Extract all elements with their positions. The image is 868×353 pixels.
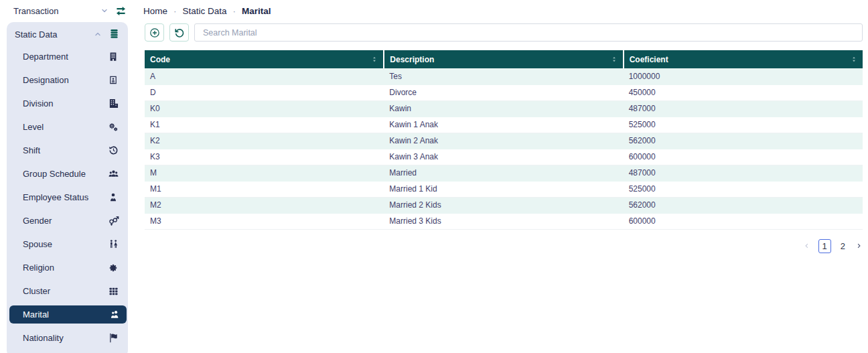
sidebar-item-group-schedule[interactable]: Group Schedule bbox=[7, 162, 128, 186]
column-label: Description bbox=[390, 55, 434, 64]
marital-table: Code Description bbox=[145, 50, 863, 230]
search-input[interactable] bbox=[194, 23, 863, 42]
users-icon bbox=[107, 169, 119, 180]
refresh-button[interactable] bbox=[169, 23, 189, 42]
static-data-panel: Static Data Department Designation bbox=[7, 22, 128, 353]
cell-coeficient: 600000 bbox=[624, 149, 863, 165]
cell-description: Kawin 3 Anak bbox=[384, 149, 623, 165]
sidebar-item-employee-status[interactable]: Employee Status bbox=[7, 186, 128, 209]
database-icon bbox=[108, 29, 120, 40]
pagination-page-2[interactable]: 2 bbox=[839, 239, 847, 253]
cell-description: Married 1 Kid bbox=[384, 181, 623, 197]
sidebar: Transaction Static Data Department bbox=[0, 0, 135, 353]
sidebar-item-department[interactable]: Department bbox=[7, 45, 128, 68]
column-label: Coeficient bbox=[630, 55, 668, 64]
cell-coeficient: 450000 bbox=[624, 84, 863, 100]
cell-code: D bbox=[145, 84, 384, 100]
sidebar-item-label: Nationality bbox=[23, 333, 64, 343]
static-data-subnav: Department Designation Division bbox=[7, 45, 128, 350]
cell-description: Kawin 1 Anak bbox=[384, 117, 623, 133]
cell-coeficient: 525000 bbox=[624, 181, 863, 197]
cell-description: Divorce bbox=[384, 84, 623, 100]
table-row[interactable]: D Divorce 450000 bbox=[145, 84, 863, 100]
flag-icon bbox=[107, 333, 119, 344]
history-icon bbox=[107, 145, 119, 156]
sidebar-item-label: Division bbox=[23, 98, 54, 109]
exchange-icon bbox=[115, 5, 127, 16]
sidebar-item-transaction[interactable]: Transaction bbox=[0, 2, 135, 19]
table-row[interactable]: K1 Kawin 1 Anak 525000 bbox=[145, 117, 863, 133]
main-content: Home · Static Data · Marital bbox=[143, 0, 863, 253]
cell-coeficient: 1000000 bbox=[624, 68, 863, 84]
sidebar-item-shift[interactable]: Shift bbox=[7, 139, 128, 162]
pagination-page-1[interactable]: 1 bbox=[818, 239, 831, 253]
table-row[interactable]: A Tes 1000000 bbox=[145, 68, 863, 84]
id-card-icon bbox=[107, 75, 119, 86]
sidebar-item-label: Spouse bbox=[23, 239, 52, 249]
sidebar-item-division[interactable]: Division bbox=[7, 92, 128, 115]
breadcrumb: Home · Static Data · Marital bbox=[143, 0, 863, 16]
table-row[interactable]: M3 Married 3 Kids 600000 bbox=[145, 213, 863, 229]
sidebar-item-religion[interactable]: Religion bbox=[7, 256, 128, 279]
user-tie-icon bbox=[107, 192, 119, 203]
venus-mars-icon bbox=[107, 216, 119, 226]
chevron-right-icon bbox=[856, 242, 862, 250]
table-row[interactable]: K2 Kawin 2 Anak 562000 bbox=[145, 133, 863, 149]
cell-description: Kawin 2 Anak bbox=[384, 133, 623, 149]
table-row[interactable]: K3 Kawin 3 Anak 600000 bbox=[145, 149, 863, 165]
cell-code: K3 bbox=[145, 149, 384, 165]
restroom-icon bbox=[107, 239, 119, 250]
column-header-code[interactable]: Code bbox=[145, 50, 384, 68]
breadcrumb-static-data[interactable]: Static Data bbox=[183, 6, 227, 16]
undo-icon bbox=[174, 27, 185, 38]
rosette-icon bbox=[107, 263, 119, 273]
toolbar bbox=[145, 23, 863, 42]
pagination-next-button[interactable] bbox=[855, 239, 863, 253]
sidebar-item-spouse[interactable]: Spouse bbox=[7, 232, 128, 256]
pagination: 1 2 bbox=[145, 239, 863, 253]
sort-icon[interactable] bbox=[851, 55, 857, 64]
column-header-description[interactable]: Description bbox=[384, 50, 623, 68]
sidebar-item-cluster[interactable]: Cluster bbox=[7, 279, 128, 303]
column-header-coeficient[interactable]: Coeficient bbox=[624, 50, 863, 68]
sidebar-item-label: Group Schedule bbox=[23, 169, 86, 179]
cell-coeficient: 487000 bbox=[624, 100, 863, 117]
breadcrumb-home[interactable]: Home bbox=[143, 6, 167, 16]
pagination-prev-button[interactable] bbox=[803, 239, 811, 253]
cogs-icon bbox=[107, 122, 119, 133]
sort-icon[interactable] bbox=[371, 55, 378, 64]
cell-code: K2 bbox=[145, 133, 384, 149]
breadcrumb-separator: · bbox=[233, 6, 236, 16]
sidebar-item-designation[interactable]: Designation bbox=[7, 68, 128, 92]
sidebar-item-label: Employee Status bbox=[23, 192, 88, 202]
sidebar-item-level[interactable]: Level bbox=[7, 115, 128, 139]
cell-description: Kawin bbox=[384, 100, 623, 117]
table-row[interactable]: M1 Married 1 Kid 525000 bbox=[145, 181, 863, 197]
chevron-down-icon bbox=[100, 7, 108, 15]
building-annex-icon bbox=[107, 98, 119, 109]
app-root: Transaction Static Data Department bbox=[0, 0, 868, 353]
table-row[interactable]: M Married 487000 bbox=[145, 165, 863, 181]
sidebar-item-label: Department bbox=[23, 52, 68, 62]
sidebar-item-marital[interactable]: Marital bbox=[9, 305, 127, 324]
cell-description: Married 2 Kids bbox=[384, 197, 623, 213]
table-row[interactable]: K0 Kawin 487000 bbox=[145, 100, 863, 117]
cell-code: M3 bbox=[145, 213, 384, 229]
cell-code: K1 bbox=[145, 117, 384, 133]
table-body: A Tes 1000000 D Divorce 450000 K0 Kawin … bbox=[145, 68, 863, 229]
chevron-left-icon bbox=[804, 242, 810, 250]
column-label: Code bbox=[150, 55, 170, 64]
table-row[interactable]: M2 Married 2 Kids 562000 bbox=[145, 197, 863, 213]
sort-icon[interactable] bbox=[611, 55, 618, 64]
sidebar-item-gender[interactable]: Gender bbox=[7, 209, 128, 232]
cell-code: M bbox=[145, 165, 384, 181]
breadcrumb-separator: · bbox=[173, 6, 177, 16]
add-button[interactable] bbox=[145, 23, 164, 42]
sidebar-item-label: Level bbox=[23, 122, 44, 132]
sidebar-item-static-data[interactable]: Static Data bbox=[7, 22, 128, 41]
sidebar-item-label: Religion bbox=[23, 263, 54, 273]
cell-coeficient: 562000 bbox=[624, 133, 863, 149]
cell-coeficient: 487000 bbox=[624, 165, 863, 181]
sidebar-item-label: Designation bbox=[23, 75, 69, 85]
sidebar-item-nationality[interactable]: Nationality bbox=[7, 326, 128, 350]
